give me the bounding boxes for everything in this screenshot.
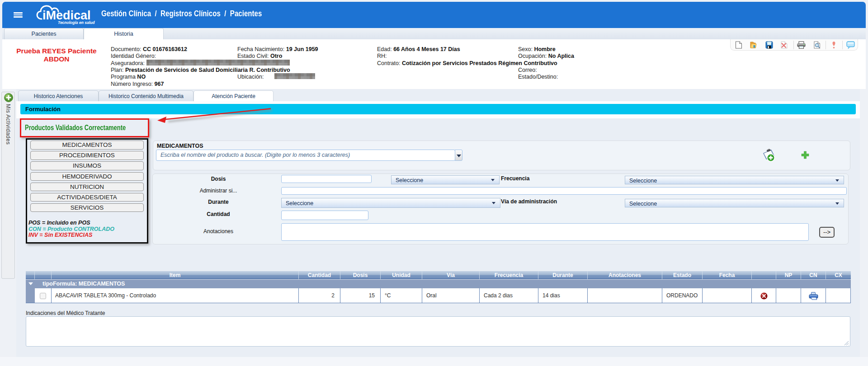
svg-text:Tecnología en salud: Tecnología en salud bbox=[58, 20, 95, 25]
